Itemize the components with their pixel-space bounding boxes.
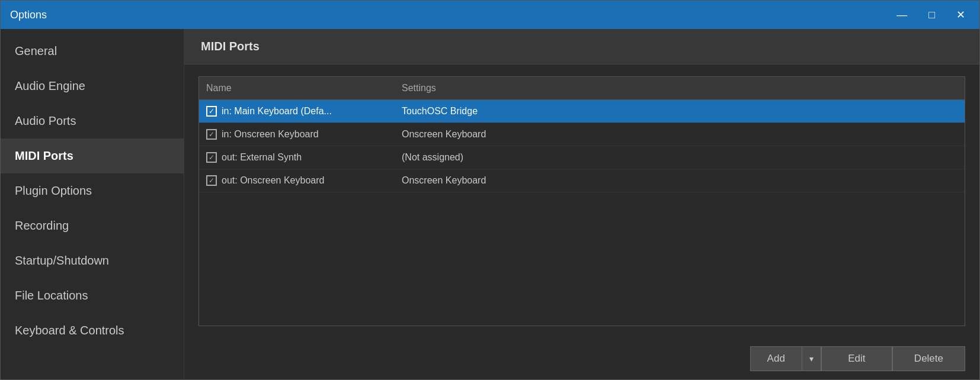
table-cell-name: out: External Synth (206, 152, 402, 163)
col-name-header: Name (206, 83, 402, 94)
row-checkbox[interactable] (206, 152, 217, 163)
options-window: Options — □ ✕ GeneralAudio EngineAudio P… (0, 0, 980, 380)
sidebar-item-keyboard-controls[interactable]: Keyboard & Controls (1, 313, 184, 348)
panel-title: MIDI Ports (201, 40, 260, 53)
sidebar-item-audio-ports[interactable]: Audio Ports (1, 104, 184, 139)
table-cell-settings: TouchOSC Bridge (402, 106, 886, 117)
table-row[interactable]: in: Onscreen KeyboardOnscreen Keyboard (199, 123, 965, 146)
col-settings-header: Settings (402, 83, 886, 94)
minimize-button[interactable]: — (892, 7, 912, 22)
panel-content: Name Settings in: Main Keyboard (Defa...… (184, 65, 979, 338)
row-name-text: in: Onscreen Keyboard (222, 129, 319, 140)
table-cell-name: in: Onscreen Keyboard (206, 129, 402, 140)
sidebar-item-audio-engine[interactable]: Audio Engine (1, 69, 184, 104)
midi-ports-table: Name Settings in: Main Keyboard (Defa...… (198, 76, 965, 326)
table-cell-settings: Onscreen Keyboard (402, 175, 886, 186)
col-extra-header (886, 83, 957, 94)
sidebar-item-general[interactable]: General (1, 34, 184, 69)
table-row[interactable]: in: Main Keyboard (Defa...TouchOSC Bridg… (199, 100, 965, 123)
footer-buttons: Add ▾ Edit Delete (184, 338, 979, 379)
table-cell-settings: (Not assigned) (402, 152, 886, 163)
row-name-text: in: Main Keyboard (Defa... (222, 106, 332, 117)
close-button[interactable]: ✕ (952, 7, 970, 22)
sidebar-item-midi-ports[interactable]: MIDI Ports (1, 139, 184, 173)
add-dropdown-arrow[interactable]: ▾ (802, 346, 821, 371)
add-button-group: Add ▾ (750, 346, 821, 371)
sidebar-item-startup-shutdown[interactable]: Startup/Shutdown (1, 243, 184, 278)
table-cell-name: out: Onscreen Keyboard (206, 175, 402, 186)
sidebar-item-file-locations[interactable]: File Locations (1, 278, 184, 313)
maximize-button[interactable]: □ (924, 7, 940, 22)
sidebar: GeneralAudio EngineAudio PortsMIDI Ports… (1, 29, 184, 379)
table-body: in: Main Keyboard (Defa...TouchOSC Bridg… (199, 100, 965, 326)
window-title: Options (10, 9, 47, 21)
row-name-text: out: External Synth (222, 152, 302, 163)
table-row[interactable]: out: External Synth(Not assigned) (199, 146, 965, 169)
row-checkbox[interactable] (206, 106, 217, 117)
row-name-text: out: Onscreen Keyboard (222, 175, 324, 186)
sidebar-item-plugin-options[interactable]: Plugin Options (1, 173, 184, 208)
table-row[interactable]: out: Onscreen KeyboardOnscreen Keyboard (199, 169, 965, 192)
row-checkbox[interactable] (206, 129, 217, 140)
content-area: GeneralAudio EngineAudio PortsMIDI Ports… (1, 29, 979, 379)
sidebar-item-recording[interactable]: Recording (1, 208, 184, 243)
main-panel: MIDI Ports Name Settings in: Main Keyboa… (184, 29, 979, 379)
delete-button[interactable]: Delete (892, 346, 965, 371)
title-bar: Options — □ ✕ (1, 1, 979, 29)
edit-button[interactable]: Edit (821, 346, 892, 371)
panel-header: MIDI Ports (184, 29, 979, 65)
table-cell-name: in: Main Keyboard (Defa... (206, 106, 402, 117)
add-button[interactable]: Add (750, 346, 802, 371)
table-cell-settings: Onscreen Keyboard (402, 129, 886, 140)
title-bar-controls: — □ ✕ (892, 7, 970, 22)
table-header: Name Settings (199, 77, 965, 100)
row-checkbox[interactable] (206, 175, 217, 186)
